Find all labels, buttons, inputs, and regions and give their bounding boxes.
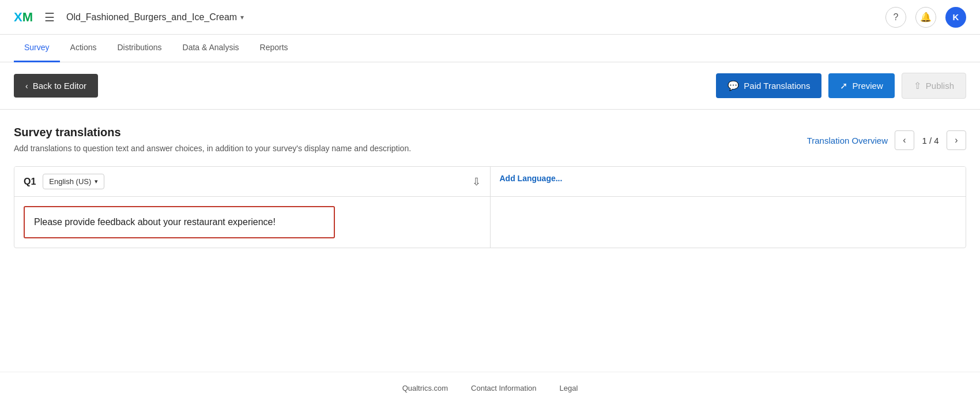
preview-icon: ➚ bbox=[840, 80, 847, 91]
translation-overview-link[interactable]: Translation Overview bbox=[807, 136, 888, 145]
secondary-nav: Survey Actions Distributions Data & Anal… bbox=[0, 35, 980, 62]
translation-header-info: Survey translations Add translations to … bbox=[14, 126, 807, 155]
footer-link-contact[interactable]: Contact Information bbox=[471, 384, 536, 392]
top-bar: XM ☰ Old_Fashioned_Burgers_and_Ice_Cream… bbox=[0, 0, 980, 35]
question-label: Q1 bbox=[24, 177, 36, 187]
table-col-right-header: Add Language... bbox=[491, 167, 966, 196]
back-arrow-icon: ‹ bbox=[25, 81, 28, 91]
x-letter: X bbox=[14, 10, 22, 24]
table-col-left-header: Q1 English (US) ▾ ⇩ bbox=[14, 167, 491, 196]
question-cell: Please provide feedback about your resta… bbox=[14, 197, 491, 248]
main-content: Survey translations Add translations to … bbox=[0, 110, 980, 264]
add-language-link[interactable]: Add Language... bbox=[500, 174, 563, 183]
xm-logo[interactable]: XM bbox=[14, 10, 33, 25]
next-page-button[interactable]: › bbox=[947, 130, 966, 150]
help-icon: ? bbox=[894, 12, 899, 23]
publish-button: ⇧ Publish bbox=[902, 73, 966, 99]
footer-link-legal[interactable]: Legal bbox=[560, 384, 578, 392]
footer-link-qualtrics[interactable]: Qualtrics.com bbox=[402, 384, 448, 392]
table-header-row: Q1 English (US) ▾ ⇩ Add Language... bbox=[14, 167, 966, 197]
publish-icon: ⇧ bbox=[914, 80, 921, 91]
tab-distributions[interactable]: Distributions bbox=[107, 35, 172, 62]
translation-table: Q1 English (US) ▾ ⇩ Add Language... bbox=[14, 166, 966, 248]
tab-reports[interactable]: Reports bbox=[250, 35, 299, 62]
bell-icon: 🔔 bbox=[920, 12, 932, 23]
top-bar-right: ? 🔔 K bbox=[885, 7, 966, 28]
notifications-button[interactable]: 🔔 bbox=[915, 7, 936, 28]
help-button[interactable]: ? bbox=[885, 7, 906, 28]
avatar-label: K bbox=[953, 12, 959, 22]
section-title: Survey translations bbox=[14, 126, 807, 139]
action-bar: ‹ Back to Editor 💬 Paid Translations ➚ P… bbox=[0, 62, 980, 110]
paid-translations-button[interactable]: 💬 Paid Translations bbox=[716, 73, 821, 98]
language-select-dropdown[interactable]: English (US) ▾ bbox=[43, 174, 104, 189]
back-to-editor-button[interactable]: ‹ Back to Editor bbox=[14, 74, 98, 98]
chevron-right-icon: › bbox=[955, 135, 958, 145]
translation-nav: Translation Overview ‹ 1 / 4 › bbox=[807, 130, 966, 150]
tab-actions[interactable]: Actions bbox=[60, 35, 107, 62]
section-description: Add translations to question text and an… bbox=[14, 143, 417, 155]
action-bar-right: 💬 Paid Translations ➚ Preview ⇧ Publish bbox=[716, 73, 966, 99]
language-chevron-icon: ▾ bbox=[95, 178, 98, 185]
page-nav: ‹ 1 / 4 › bbox=[895, 130, 966, 150]
language-value: English (US) bbox=[49, 177, 91, 186]
page-counter: 1 / 4 bbox=[919, 136, 942, 145]
prev-page-button[interactable]: ‹ bbox=[895, 130, 914, 150]
tab-survey[interactable]: Survey bbox=[14, 35, 60, 62]
download-icon[interactable]: ⇩ bbox=[472, 175, 481, 188]
col-header-left: Q1 English (US) ▾ ⇩ bbox=[24, 174, 481, 189]
paid-translations-icon: 💬 bbox=[728, 80, 739, 91]
tab-data-analysis[interactable]: Data & Analysis bbox=[172, 35, 250, 62]
hamburger-menu-icon[interactable]: ☰ bbox=[44, 10, 55, 24]
survey-name-text: Old_Fashioned_Burgers_and_Ice_Cream bbox=[66, 12, 237, 23]
col-header-right: Add Language... bbox=[500, 174, 957, 183]
survey-name-chevron-icon: ▾ bbox=[240, 13, 244, 21]
question-text: Please provide feedback about your resta… bbox=[34, 217, 276, 227]
chevron-left-icon: ‹ bbox=[903, 135, 906, 145]
user-avatar[interactable]: K bbox=[945, 7, 966, 28]
footer: Qualtrics.com Contact Information Legal bbox=[0, 372, 980, 404]
m-letter: M bbox=[22, 10, 33, 24]
question-text-box[interactable]: Please provide feedback about your resta… bbox=[24, 206, 335, 238]
translation-header: Survey translations Add translations to … bbox=[14, 126, 966, 155]
survey-name-dropdown[interactable]: Old_Fashioned_Burgers_and_Ice_Cream ▾ bbox=[66, 12, 244, 23]
preview-button[interactable]: ➚ Preview bbox=[828, 73, 894, 98]
top-bar-left: XM ☰ Old_Fashioned_Burgers_and_Ice_Cream… bbox=[14, 10, 244, 25]
table-body-row: Please provide feedback about your resta… bbox=[14, 197, 966, 248]
translation-cell bbox=[491, 197, 966, 248]
